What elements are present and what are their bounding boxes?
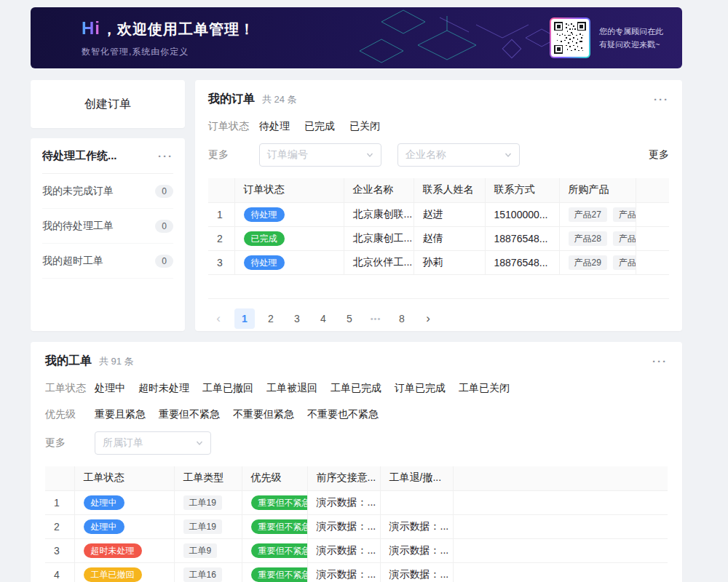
tickets-title: 我的工单 [45,354,92,369]
table-row[interactable]: 1 处理中 工单19 重要但不紧急 演示数据：... [45,490,668,514]
ticket-type-tag: 工单16 [183,567,222,582]
stat-row-pending-tickets[interactable]: 我的待处理工单 0 [42,209,173,244]
order-id-select[interactable]: 订单编号 [259,143,381,167]
filter-option-pending[interactable]: 待处理 [259,120,290,133]
page-button-4[interactable]: 4 [313,308,333,329]
banner-greeting-hi: Hi [82,18,100,38]
contact-cell: 赵倩 [414,226,485,250]
column-header-withdraw: 工单退/撤... [380,466,453,490]
page-button-2[interactable]: 2 [261,308,281,329]
more-icon[interactable]: ··· [158,151,173,162]
row-index: 3 [208,250,234,274]
chevron-down-icon [505,151,512,159]
filter-option-returned[interactable]: 工单被退回 [266,382,317,395]
filter-option-order-done[interactable]: 订单已完成 [395,382,446,395]
column-header-phone: 联系方式 [485,178,559,202]
company-cell: 北京康创联... [344,202,414,226]
page-button-8[interactable]: 8 [392,308,412,329]
priority-option-3[interactable]: 不重要但紧急 [233,408,294,421]
prev-page-button[interactable]: ‹ [208,308,229,329]
orders-header: 我的订单 共 24 条 ··· [208,92,669,107]
filter-option-completed[interactable]: 已完成 [304,120,335,133]
table-row[interactable]: 2 处理中 工单19 重要但不紧急 演示数据：... 演示数据：... [45,514,668,538]
ticket-type-tag: 工单19 [183,495,222,510]
more-icon[interactable]: ··· [654,94,669,105]
more-filter-label: 更多 [45,436,95,450]
order-status-filter-row: 订单状态 待处理 已完成 已关闭 [208,120,669,133]
filter-option-closed[interactable]: 已关闭 [349,120,380,133]
more-filters-link[interactable]: 更多 [649,148,669,162]
filter-option-overtime[interactable]: 超时未处理 [138,382,189,395]
chevron-down-icon [196,439,203,447]
more-icon[interactable]: ··· [652,356,668,367]
orders-table: 订单状态 企业名称 联系人姓名 联系方式 所购产品 1 待处理 北京康创联...… [208,178,669,299]
dashboard-content: Hi，欢迎使用工单管理！ 数智化管理,系统由你定义 [0,0,728,582]
filter-option-processing[interactable]: 处理中 [95,382,125,395]
priority-badge: 重要但不紧急 [251,567,308,582]
parent-order-select[interactable]: 所属订单 [95,431,211,455]
create-order-button[interactable]: 创建订单 [31,80,185,128]
column-header-status: 工单状态 [74,466,174,490]
middle-row: 创建订单 待处理工作统... ··· 我的未完成订单 0 我的待处理工单 0 我… [31,80,682,331]
tail-cell [636,250,669,274]
table-row[interactable]: 2 已完成 北京康创工... 赵倩 18876548... 产品28产品 [208,226,669,250]
column-header-type: 工单类型 [174,466,242,490]
order-more-filter-row: 更多 订单编号 企业名称 更多 [208,143,669,167]
column-header-tail [453,466,668,490]
handover-cell: 演示数据：... [307,514,380,538]
filter-option-ticket-done[interactable]: 工单已完成 [331,382,381,395]
ticket-more-filter-row: 更多 所属订单 [45,431,668,455]
row-index: 2 [208,226,234,250]
ticket-type-tag: 工单9 [183,543,218,558]
ticket-type-tag: 工单19 [183,519,222,534]
status-badge: 待处理 [244,255,285,270]
products-cell: 产品28产品 [559,226,636,250]
column-header-contact: 联系人姓名 [414,178,485,202]
table-row[interactable]: 1 待处理 北京康创联... 赵进 15100000... 产品27产品 [208,202,669,226]
banner-text: Hi，欢迎使用工单管理！ 数智化管理,系统由你定义 [82,18,255,58]
ticket-status-filter-row: 工单状态 处理中 超时未处理 工单已撤回 工单被退回 工单已完成 订单已完成 工… [45,382,668,395]
page-button-5[interactable]: 5 [339,308,360,329]
orders-count: 共 24 条 [262,93,297,106]
product-tag: 产品27 [569,207,607,222]
priority-filter-label: 优先级 [45,408,95,421]
status-badge: 工单已撤回 [84,567,142,582]
order-status-filter-label: 订单状态 [208,120,259,133]
table-row[interactable]: 3 待处理 北京伙伴工... 孙莉 18876548... 产品29产品 [208,250,669,274]
next-page-button[interactable]: › [418,308,438,329]
page-ellipsis-button[interactable]: ••• [365,308,386,329]
page-button-3[interactable]: 3 [287,308,307,329]
company-cell: 北京康创工... [344,226,414,250]
status-badge: 处理中 [84,495,124,510]
row-index: 2 [45,514,74,538]
order-id-select-placeholder: 订单编号 [267,148,308,162]
stat-row-overtime-tickets[interactable]: 我的超时工单 0 [42,244,173,279]
priority-option-1[interactable]: 重要且紧急 [95,408,146,421]
column-header-index [45,466,74,490]
tickets-panel: 我的工单 共 91 条 ··· 工单状态 处理中 超时未处理 工单已撤回 工单被… [31,342,682,582]
company-name-select[interactable]: 企业名称 [397,143,520,167]
table-row[interactable]: 3 超时未处理 工单9 重要但不紧急 演示数据：... 演示数据：... [45,538,668,562]
row-index: 3 [45,538,74,562]
table-row[interactable]: 4 工单已撤回 工单16 重要但不紧急 演示数据：... 演示数据：... [45,562,668,582]
column-header-company: 企业名称 [344,178,414,202]
phone-cell: 15100000... [485,202,559,226]
page-button-1[interactable]: 1 [234,308,255,329]
phone-cell: 18876548... [485,250,559,274]
filter-option-withdrawn[interactable]: 工单已撤回 [202,382,253,395]
ticket-status-filter-label: 工单状态 [45,382,95,395]
column-header-status: 订单状态 [234,178,344,202]
contact-cell: 赵进 [414,202,485,226]
empty-table-space [208,274,669,298]
banner-title: Hi，欢迎使用工单管理！ [82,18,255,39]
stat-label: 我的未完成订单 [42,185,114,198]
filter-option-closed[interactable]: 工单已关闭 [459,382,510,395]
status-badge: 处理中 [84,519,124,534]
consultant-text: 您的专属顾问在此 有疑问欢迎来戳~ [599,25,663,51]
product-tag: 产品29 [569,255,607,270]
priority-option-2[interactable]: 重要但不紧急 [159,408,220,421]
priority-option-4[interactable]: 不重要也不紧急 [307,408,379,421]
tickets-table: 工单状态 工单类型 优先级 前序交接意... 工单退/撤... 1 处理中 工单… [45,466,668,582]
product-tag: 产品 [613,207,636,222]
stat-row-unfinished-orders[interactable]: 我的未完成订单 0 [42,174,173,209]
